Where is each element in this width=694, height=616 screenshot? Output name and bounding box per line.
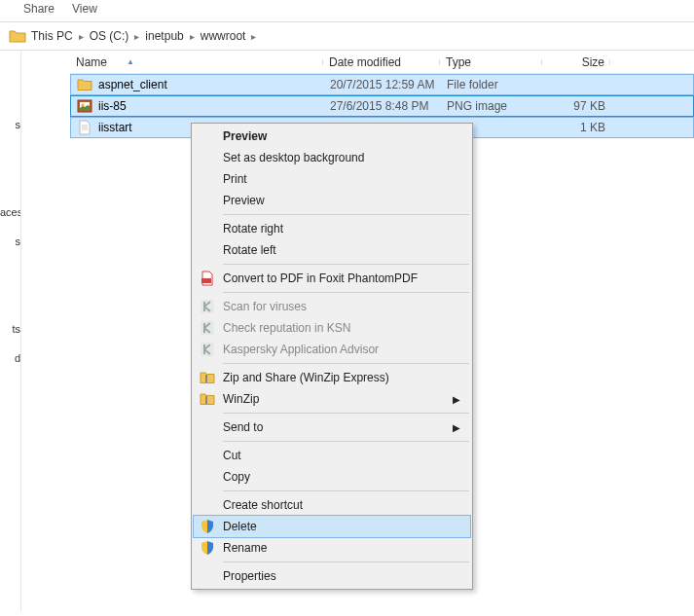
column-headers[interactable]: Name ▲ Date modified Type Size	[70, 51, 694, 74]
menu-item-properties[interactable]: Properties	[194, 565, 470, 587]
file-name: aspnet_client	[98, 78, 167, 91]
pdf-icon	[200, 271, 215, 286]
k-icon	[200, 299, 215, 314]
sidebar-item[interactable]	[0, 90, 20, 119]
chevron-right-icon: ▸	[79, 31, 84, 42]
file-icon	[77, 120, 92, 135]
file-type: File folder	[441, 78, 543, 91]
file-row[interactable]: aspnet_client20/7/2015 12:59 AMFile fold…	[70, 74, 694, 95]
menu-separator	[223, 292, 469, 293]
sidebar-item[interactable]: s	[0, 119, 20, 148]
menu-item-print[interactable]: Print	[194, 168, 470, 190]
file-name: iis-85	[98, 99, 127, 113]
sidebar-item[interactable]	[0, 265, 20, 294]
sidebar-item[interactable]: ts	[0, 323, 20, 352]
k-icon	[200, 320, 215, 336]
menu-item-preview[interactable]: Preview	[194, 126, 470, 147]
file-name-cell: iis-85	[71, 98, 324, 114]
tab-view[interactable]: View	[72, 2, 97, 16]
column-size[interactable]: Size	[542, 55, 610, 69]
menu-separator	[223, 562, 469, 562]
menu-item-copy[interactable]: Copy	[194, 466, 470, 488]
sidebar-item[interactable]: s	[0, 236, 20, 265]
context-menu[interactable]: PreviewSet as desktop backgroundPrintPre…	[191, 123, 473, 590]
crumb-segment[interactable]: inetpub	[145, 29, 183, 43]
column-name[interactable]: Name ▲	[70, 55, 323, 69]
menu-separator	[223, 363, 469, 364]
menu-item-label: Convert to PDF in Foxit PhantomPDF	[223, 272, 418, 285]
menu-item-check-reputation-in-ksn: Check reputation in KSN	[194, 317, 470, 339]
menu-item-set-as-desktop-background[interactable]: Set as desktop background	[194, 147, 470, 168]
menu-item-label: Properties	[223, 569, 276, 583]
chevron-right-icon: ▸	[134, 31, 139, 42]
sidebar-item[interactable]	[0, 148, 20, 177]
menu-item-convert-to-pdf-in-foxit-phantompdf[interactable]: Convert to PDF in Foxit PhantomPDF	[194, 268, 470, 289]
menu-item-kaspersky-application-advisor: Kaspersky Application Advisor	[194, 339, 470, 360]
menu-item-label: Send to	[223, 420, 263, 434]
menu-item-label: Rotate left	[223, 243, 276, 257]
menu-item-label: Set as desktop background	[223, 151, 364, 164]
nav-sidebar: sacesstsd	[0, 51, 21, 612]
file-date: 27/6/2015 8:48 PM	[324, 99, 441, 113]
crumb-segment[interactable]: wwwroot	[201, 29, 246, 43]
chevron-right-icon: ▶	[453, 422, 460, 433]
menu-item-label: Check reputation in KSN	[223, 321, 350, 335]
menu-item-label: WinZip	[223, 392, 259, 406]
menu-item-zip-and-share-winzip-express-[interactable]: Zip and Share (WinZip Express)	[194, 367, 470, 388]
shield-icon	[200, 519, 215, 534]
sidebar-item[interactable]: aces	[0, 206, 20, 236]
file-date: 20/7/2015 12:59 AM	[324, 78, 441, 91]
file-name-cell: aspnet_client	[71, 77, 324, 92]
menu-item-cut[interactable]: Cut	[194, 445, 470, 466]
menu-item-preview[interactable]: Preview	[194, 190, 470, 211]
svg-rect-3	[201, 278, 211, 283]
menu-item-label: Preview	[223, 194, 265, 207]
menu-item-send-to[interactable]: Send to▶	[194, 417, 470, 438]
menu-item-label: Create shortcut	[223, 498, 303, 512]
menu-separator	[223, 264, 469, 265]
menu-item-label: Zip and Share (WinZip Express)	[223, 371, 389, 384]
menu-item-winzip[interactable]: WinZip▶	[194, 388, 470, 410]
file-name: iisstart	[98, 121, 132, 134]
svg-rect-5	[201, 321, 214, 335]
zip-icon	[200, 370, 215, 385]
menu-item-delete[interactable]: Delete	[193, 515, 471, 538]
menu-item-create-shortcut[interactable]: Create shortcut	[194, 494, 470, 516]
menu-separator	[223, 214, 469, 215]
folder-icon	[77, 77, 92, 92]
sidebar-item[interactable]	[0, 294, 20, 323]
menu-item-label: Rotate right	[223, 222, 283, 236]
column-date[interactable]: Date modified	[323, 55, 440, 69]
chevron-right-icon: ▶	[453, 394, 460, 405]
menu-item-label: Print	[223, 172, 247, 186]
breadcrumb[interactable]: This PC▸OS (C:)▸inetpub▸wwwroot▸	[0, 22, 694, 50]
file-row[interactable]: iis-8527/6/2015 8:48 PMPNG image97 KB	[70, 95, 694, 117]
menu-item-rename[interactable]: Rename	[194, 537, 470, 559]
menu-item-label: Scan for viruses	[223, 300, 307, 313]
k-icon	[200, 342, 215, 357]
crumb-segment[interactable]: This PC	[31, 29, 73, 43]
sidebar-item[interactable]: d	[0, 352, 20, 381]
menu-item-label: Preview	[223, 129, 267, 143]
svg-rect-8	[205, 396, 207, 404]
svg-rect-7	[205, 375, 207, 382]
sort-arrow-icon: ▲	[127, 57, 134, 66]
menu-item-label: Copy	[223, 470, 250, 484]
folder-icon	[8, 26, 27, 46]
menu-item-label: Rename	[223, 541, 267, 555]
menu-item-rotate-right[interactable]: Rotate right	[194, 218, 470, 239]
toolbar-tabs: Share View	[0, 0, 694, 18]
tab-share[interactable]: Share	[23, 2, 55, 16]
menu-item-label: Kaspersky Application Advisor	[223, 343, 379, 356]
menu-separator	[223, 490, 469, 491]
file-type: PNG image	[441, 99, 543, 113]
shield-icon	[200, 540, 215, 556]
chevron-right-icon: ▸	[251, 31, 256, 42]
sidebar-item[interactable]	[0, 177, 20, 206]
crumb-segment[interactable]: OS (C:)	[90, 29, 129, 43]
menu-separator	[223, 413, 469, 414]
zip-icon	[200, 391, 215, 407]
menu-item-rotate-left[interactable]: Rotate left	[194, 239, 470, 261]
column-type[interactable]: Type	[440, 55, 542, 69]
png-icon	[77, 98, 92, 114]
